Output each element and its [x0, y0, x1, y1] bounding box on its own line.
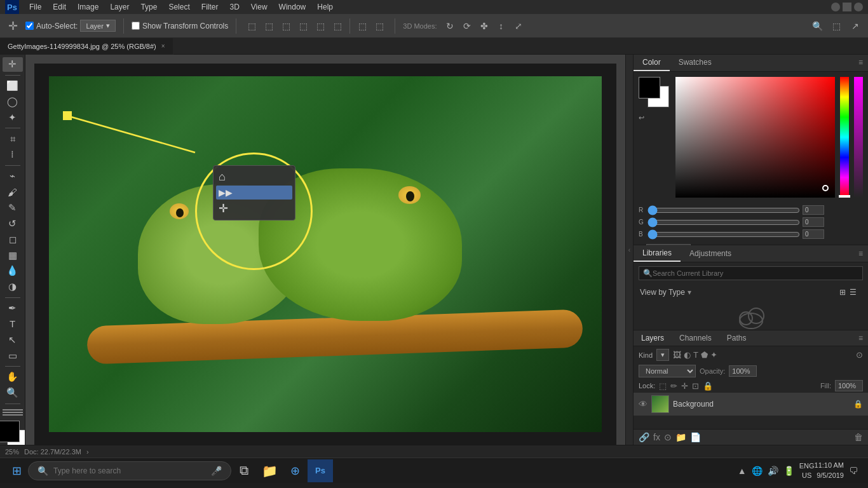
lock-artboard-icon[interactable]: ⊡ [692, 381, 699, 391]
type-btn[interactable]: T [3, 316, 23, 331]
color-fg-bg[interactable] [639, 77, 670, 109]
search-icon[interactable]: 🔍 [810, 18, 825, 34]
menu-image[interactable]: Image [72, 1, 104, 13]
window-close[interactable] [854, 3, 863, 11]
reset-colors[interactable]: ↩ [639, 114, 670, 122]
menu-edit[interactable]: Edit [48, 1, 71, 13]
tab-layers[interactable]: Layers [634, 330, 672, 346]
taskbar-photoshop[interactable]: Ps [308, 459, 333, 482]
3d-roll-icon[interactable]: ⟳ [459, 18, 475, 34]
menu-3d[interactable]: 3D [224, 1, 244, 13]
window-minimize[interactable] [831, 3, 840, 11]
mic-icon[interactable]: 🎤 [211, 466, 222, 476]
taskbar-file-explorer[interactable]: 📁 [257, 459, 282, 482]
notification-center[interactable]: 🗨 [844, 459, 863, 482]
new-layer-icon[interactable]: 📄 [690, 432, 701, 442]
menu-window[interactable]: Window [274, 1, 311, 13]
3d-scale-icon[interactable]: ⤢ [511, 18, 526, 34]
align-top-icon[interactable]: ⬚ [295, 18, 311, 34]
blend-mode-select[interactable]: Normal Dissolve Multiply [639, 365, 696, 377]
fill-input[interactable] [835, 380, 863, 391]
mini-toolbar-move[interactable]: ✛ [216, 200, 292, 217]
g-slider[interactable] [648, 220, 800, 225]
kind-selector[interactable]: ▾ [656, 349, 669, 361]
auto-select-checkbox[interactable] [25, 22, 34, 30]
menu-help[interactable]: Help [312, 1, 338, 13]
tab-channels[interactable]: Channels [672, 330, 719, 346]
libraries-menu[interactable]: ≡ [853, 246, 868, 261]
distribute-h-icon[interactable]: ⬚ [355, 18, 370, 34]
dodge-btn[interactable]: ◑ [3, 280, 23, 294]
canvas-area[interactable]: ⌂ ▶▶ ✛ [25, 55, 625, 445]
color-hue-bar[interactable] [840, 77, 849, 198]
menu-type[interactable]: Type [135, 1, 162, 13]
layer-dropdown-btn[interactable]: Layer ▾ [80, 20, 116, 32]
taskbar-task-view[interactable]: ⧉ [231, 459, 257, 482]
distribute-v-icon[interactable]: ⬚ [372, 18, 387, 34]
foreground-color-swatch[interactable] [0, 421, 20, 442]
lib-search-input[interactable] [653, 269, 858, 277]
hand-btn[interactable]: ✋ [3, 370, 23, 384]
layer-visibility-icon[interactable]: 👁 [639, 399, 648, 409]
tab-adjustments[interactable]: Adjustments [681, 246, 740, 261]
lock-transparent-icon[interactable]: ⬚ [659, 381, 667, 391]
menu-filter[interactable]: Filter [196, 1, 224, 13]
mini-toolbar-forward[interactable]: ▶▶ [216, 186, 292, 200]
background-layer-row[interactable]: 👁 Background 🔒 [634, 393, 868, 416]
list-view-icon[interactable]: ☰ [850, 288, 857, 297]
brush-btn[interactable]: 🖌 [3, 185, 23, 200]
clone-stamp-btn[interactable]: ✎ [3, 200, 23, 215]
link-layers-icon[interactable]: 🔗 [639, 432, 649, 442]
add-mask-icon[interactable]: ⊙ [664, 432, 672, 442]
align-bottom-icon[interactable]: ⬚ [330, 18, 345, 34]
type-filter-icon[interactable]: T [693, 350, 698, 360]
quick-selection-btn[interactable]: ✦ [3, 110, 23, 125]
blur-btn[interactable]: 💧 [3, 264, 23, 278]
color-gradient-picker[interactable] [675, 77, 835, 198]
pen-btn[interactable]: ✒ [3, 301, 23, 316]
align-left-icon[interactable]: ⬚ [244, 18, 259, 34]
taskbar-chrome[interactable]: ⊕ [282, 459, 308, 482]
right-panel-collapse[interactable]: ‹ [625, 55, 633, 445]
align-right-icon[interactable]: ⬚ [278, 18, 294, 34]
rectangle-btn[interactable]: ▭ [3, 348, 23, 363]
filter-toggle[interactable]: ⊙ [856, 350, 863, 360]
volume-icon[interactable]: 🔊 [768, 466, 778, 476]
workspace-icon[interactable]: ⬚ [829, 18, 844, 34]
zoom-btn[interactable]: 🔍 [3, 386, 23, 400]
menu-select[interactable]: Select [163, 1, 194, 13]
eraser-btn[interactable]: ◻ [3, 232, 23, 247]
system-clock[interactable]: 11:10 AM 9/5/2019 [815, 461, 844, 480]
language-indicator[interactable]: ENG US [799, 461, 815, 480]
fg-bg-swatches[interactable] [0, 421, 25, 445]
lock-all-icon[interactable]: 🔒 [703, 381, 713, 391]
tab-libraries[interactable]: Libraries [634, 245, 681, 262]
move-tool-btn[interactable]: ✛ [3, 57, 23, 72]
network-icon[interactable]: 🌐 [752, 466, 763, 476]
lasso-btn[interactable]: ◯ [3, 95, 23, 109]
document-tab[interactable]: GettyImages-1149999834.jpg @ 25% (RGB/8#… [0, 38, 173, 55]
lock-paint-icon[interactable]: ✏ [670, 381, 677, 391]
show-hidden-icons[interactable]: ▲ [738, 466, 747, 476]
delete-layer-icon[interactable]: 🗑 [854, 432, 863, 442]
tab-color[interactable]: Color [634, 55, 670, 71]
3d-rotate-icon[interactable]: ↻ [442, 18, 458, 34]
gradient-btn[interactable]: ▦ [3, 248, 23, 262]
menu-layer[interactable]: Layer [105, 1, 134, 13]
tab-swatches[interactable]: Swatches [670, 55, 721, 71]
align-center-h-icon[interactable]: ⬚ [261, 18, 276, 34]
menu-file[interactable]: File [24, 1, 46, 13]
crop-btn[interactable]: ⌗ [3, 132, 23, 146]
move-tool-icon[interactable]: ✛ [5, 18, 20, 34]
adjustment-filter-icon[interactable]: ◐ [684, 350, 691, 360]
g-input[interactable] [803, 217, 824, 227]
show-transform-checkbox[interactable] [132, 22, 140, 30]
tab-close-btn[interactable]: × [161, 43, 165, 50]
rectangular-marquee-btn[interactable]: ⬜ [3, 79, 23, 93]
opacity-input[interactable] [729, 365, 757, 377]
r-slider[interactable] [648, 208, 800, 213]
battery-icon[interactable]: 🔋 [783, 466, 794, 476]
add-style-icon[interactable]: fx [653, 432, 660, 442]
grid-view-icon[interactable]: ⊞ [839, 288, 846, 297]
color-panel-menu[interactable]: ≡ [853, 55, 868, 71]
